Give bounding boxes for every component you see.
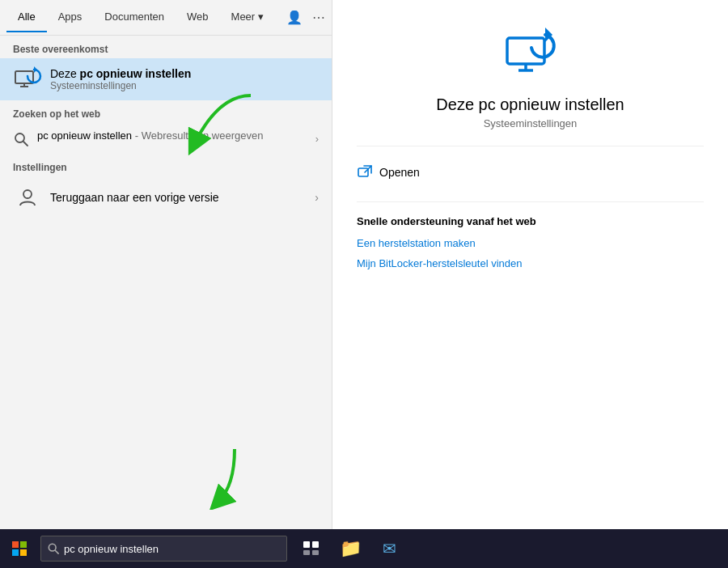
detail-link-herstel[interactable]: Een herstelstation maken <box>357 237 704 249</box>
detail-link-bitlocker[interactable]: Mijn BitLocker-herstelsleutel vinden <box>357 257 704 269</box>
person-icon[interactable]: 👤 <box>286 10 303 25</box>
section-header-beste: Beste overeenkomst <box>0 36 332 58</box>
svg-rect-11 <box>358 168 368 176</box>
tab-apps[interactable]: Apps <box>47 2 94 32</box>
web-result-text: pc opnieuw instellen - Webresultaten wee… <box>37 129 315 142</box>
taskbar: pc opnieuw instellen 📁 ✉ <box>0 529 728 568</box>
svg-marker-3 <box>34 66 37 73</box>
result-arrow-vorige: › <box>315 191 319 204</box>
svg-rect-23 <box>303 550 310 555</box>
detail-open-button[interactable]: Openen <box>357 159 704 185</box>
search-web-icon <box>13 131 29 147</box>
svg-rect-16 <box>20 541 27 548</box>
taskbar-search-text: pc opnieuw instellen <box>64 543 159 555</box>
folder-icon: 📁 <box>340 538 362 559</box>
svg-line-20 <box>55 550 58 553</box>
tabs-list: Alle Apps Documenten Web Meer ▾ <box>6 2 275 32</box>
mail-icon: ✉ <box>383 539 396 558</box>
open-label: Openen <box>379 166 420 179</box>
tab-web[interactable]: Web <box>176 2 220 32</box>
search-popup: Alle Apps Documenten Web Meer ▾ 👤 ⋯ Best… <box>0 0 332 529</box>
result-subtitle-reset: Systeeminstellingen <box>50 80 319 91</box>
svg-rect-17 <box>12 549 19 556</box>
svg-line-5 <box>23 142 28 146</box>
web-result-title: pc opnieuw instellen - Webresultaten wee… <box>37 129 315 142</box>
detail-title: Deze pc opnieuw instellen <box>357 95 704 114</box>
detail-divider <box>357 146 704 146</box>
task-view-button[interactable] <box>294 529 329 568</box>
detail-panel: Deze pc opnieuw instellen Systeeminstell… <box>332 0 728 529</box>
result-title-vorige: Teruggaan naar een vorige versie <box>50 191 315 204</box>
tab-documenten[interactable]: Documenten <box>93 2 176 32</box>
result-item-reset-pc[interactable]: Deze pc opnieuw instellen Systeeminstell… <box>0 58 332 100</box>
web-result-arrow: › <box>315 133 319 145</box>
result-title-reset: Deze pc opnieuw instellen <box>50 67 319 80</box>
reset-icon <box>13 65 42 94</box>
svg-rect-18 <box>20 549 27 556</box>
tabs-actions: 👤 ⋯ <box>286 10 325 25</box>
svg-rect-7 <box>507 38 544 64</box>
open-icon <box>357 164 373 180</box>
taskbar-icons: 📁 ✉ <box>294 529 407 568</box>
svg-rect-15 <box>12 541 19 548</box>
svg-point-4 <box>15 134 24 142</box>
detail-app-icon <box>502 24 560 83</box>
svg-rect-21 <box>303 541 310 548</box>
search-tabs: Alle Apps Documenten Web Meer ▾ 👤 ⋯ <box>0 0 332 36</box>
detail-subtitle: Systeeminstellingen <box>357 117 704 129</box>
tab-meer[interactable]: Meer ▾ <box>220 2 275 32</box>
start-button[interactable] <box>0 529 39 568</box>
file-explorer-button[interactable]: 📁 <box>332 529 368 568</box>
taskbar-search-box[interactable]: pc opnieuw instellen <box>40 536 287 562</box>
result-text-vorige: Teruggaan naar een vorige versie <box>50 191 315 204</box>
detail-icon-area <box>357 24 704 83</box>
ellipsis-icon[interactable]: ⋯ <box>312 10 325 25</box>
detail-quick-support-title: Snelle ondersteuning vanaf het web <box>357 215 704 227</box>
result-item-web-search[interactable]: pc opnieuw instellen - Webresultaten wee… <box>0 123 332 154</box>
svg-rect-24 <box>312 550 319 555</box>
mail-button[interactable]: ✉ <box>371 529 407 568</box>
section-header-web: Zoeken op het web <box>0 100 332 123</box>
detail-divider-2 <box>357 201 704 202</box>
search-results: Beste overeenkomst Deze pc opnieuw inste… <box>0 36 332 529</box>
section-header-instellingen: Instellingen <box>0 154 332 176</box>
svg-rect-22 <box>312 541 319 548</box>
settings-user-icon <box>13 183 42 212</box>
svg-point-6 <box>23 190 32 198</box>
tab-alle[interactable]: Alle <box>6 2 47 32</box>
result-text-reset: Deze pc opnieuw instellen Systeeminstell… <box>50 67 319 91</box>
result-item-vorige-versie[interactable]: Teruggaan naar een vorige versie › <box>0 176 332 218</box>
